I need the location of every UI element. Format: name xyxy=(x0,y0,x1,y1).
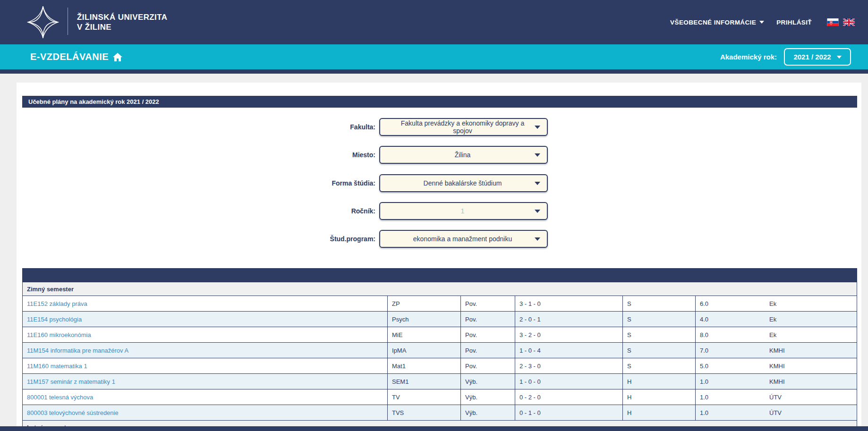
cell-kred: 5.0 xyxy=(695,358,765,373)
app-title-home-link[interactable]: E-VZDELÁVANIE xyxy=(30,44,122,69)
cell-kred: 4.0 xyxy=(695,312,765,327)
miesto-select[interactable]: Žilina xyxy=(379,146,548,164)
cell-skr: TVS xyxy=(387,405,460,420)
col-header-skr: Skr. xyxy=(387,269,460,282)
miesto-label: Miesto: xyxy=(234,146,375,164)
cell-katedra: KMHI xyxy=(765,343,857,358)
fakulta-label: Fakulta: xyxy=(234,118,375,136)
cell-skr: SEM1 xyxy=(387,374,460,389)
forma-studia-select[interactable]: Denné bakalárske štúdium xyxy=(379,174,548,192)
slovak-flag-icon[interactable] xyxy=(827,18,839,26)
table-row: 11E160 mikroekonómia MiE Pov. 3 - 2 - 0 … xyxy=(23,327,857,342)
rocnik-select[interactable]: 1 xyxy=(379,202,548,220)
table-row: 800001 telesná výchova TV Výb. 0 - 2 - 0… xyxy=(23,389,857,405)
table-row: 11M154 informatika pre manažérov A IpMA … xyxy=(23,342,857,358)
subject-link[interactable]: 11E152 základy práva xyxy=(27,300,87,307)
cell-katedra: KMHI xyxy=(765,374,857,389)
uk-flag-icon[interactable] xyxy=(843,18,855,26)
subject-link[interactable]: 11M157 seminár z matematiky 1 xyxy=(27,378,115,385)
dropdown-caret-icon xyxy=(535,182,540,185)
cell-pov: Pov. xyxy=(460,312,515,327)
rocnik-label: Ročník: xyxy=(234,202,375,220)
cell-pov: Výb. xyxy=(460,405,515,420)
cell-pov: Pov. xyxy=(460,327,515,342)
cell-rozsah: 2 - 0 - 1 xyxy=(515,312,622,327)
general-info-menu[interactable]: VŠEOBECNÉ INFORMÁCIE xyxy=(670,19,764,26)
col-header-predmet: Predmet xyxy=(23,269,387,282)
cell-kred: 7.0 xyxy=(695,343,765,358)
cell-kred: 6.0 xyxy=(695,296,765,311)
logo-divider xyxy=(68,8,68,35)
table-row: 800003 telovýchovné sústredenie TVS Výb.… xyxy=(23,405,857,420)
subject-link[interactable]: 11E160 mikroekonómia xyxy=(27,331,91,338)
academic-year-group: Akademický rok: 2021 / 2022 xyxy=(720,44,851,69)
forma-studia-label: Forma štúdia: xyxy=(234,174,375,192)
dropdown-caret-icon xyxy=(535,126,540,129)
cell-skr: Mat1 xyxy=(387,358,460,373)
cell-katedra: Ek xyxy=(765,312,857,327)
fakulta-select[interactable]: Fakulta prevádzky a ekonomiky dopravy a … xyxy=(379,118,548,136)
cell-katedra: Ek xyxy=(765,296,857,311)
cell-ukon: S xyxy=(622,296,695,311)
subject-link[interactable]: 11M160 matematika 1 xyxy=(27,363,87,370)
cell-pov: Výb. xyxy=(460,374,515,389)
login-button[interactable]: PRIHLÁSIŤ xyxy=(776,19,812,26)
cell-rozsah: 1 - 0 - 0 xyxy=(515,374,622,389)
table-row: 11M160 matematika 1 Mat1 Pov. 2 - 3 - 0 … xyxy=(23,358,857,373)
university-name-line2: V ŽILINE xyxy=(77,22,167,32)
section-row-winter: Zimný semester xyxy=(23,282,857,296)
academic-year-value: 2021 / 2022 xyxy=(793,53,831,61)
top-header: ŽILINSKÁ UNIVERZITA V ŽILINE VŠEOBECNÉ I… xyxy=(0,0,868,44)
panel-title: Učebné plány na akademický rok 2021 / 20… xyxy=(22,96,857,108)
filter-row-miesto: Miesto: Žilina xyxy=(17,146,861,164)
miesto-value: Žilina xyxy=(380,151,535,159)
dropdown-caret-icon xyxy=(535,210,540,213)
cell-katedra: ÚTV xyxy=(765,389,857,405)
cell-rozsah: 0 - 1 - 0 xyxy=(515,405,622,420)
subject-link[interactable]: 800001 telesná výchova xyxy=(27,394,93,401)
cell-katedra: ÚTV xyxy=(765,405,857,420)
filter-row-rocnik: Ročník: 1 xyxy=(17,202,861,220)
stud-program-value: ekonomika a manažment podniku xyxy=(380,235,535,243)
subject-link[interactable]: 800003 telovýchovné sústredenie xyxy=(27,409,119,416)
dropdown-caret-icon xyxy=(837,56,842,59)
col-header-pov: Pov. xyxy=(460,269,515,282)
subject-link[interactable]: 11E154 psychológia xyxy=(27,316,82,323)
cell-pov: Pov. xyxy=(460,358,515,373)
col-header-rozsah: Rozsah xyxy=(515,269,622,282)
cell-kred: 1.0 xyxy=(695,374,765,389)
filter-row-program: Štud.program: ekonomika a manažment podn… xyxy=(17,230,861,248)
home-icon xyxy=(113,53,122,61)
study-plan-table: Predmet Skr. Pov. Rozsah Ukon. Kred. Kat… xyxy=(22,268,857,431)
col-header-ukon: Ukon. xyxy=(622,269,695,282)
rocnik-value: 1 xyxy=(380,207,535,215)
footer-bar xyxy=(0,426,868,431)
cell-ukon: S xyxy=(622,327,695,342)
top-nav: VŠEOBECNÉ INFORMÁCIE PRIHLÁSIŤ xyxy=(670,0,855,44)
forma-studia-value: Denné bakalárske štúdium xyxy=(380,179,535,187)
cell-ukon: S xyxy=(622,343,695,358)
login-label: PRIHLÁSIŤ xyxy=(776,19,812,26)
university-name-line1: ŽILINSKÁ UNIVERZITA xyxy=(77,12,167,22)
stud-program-select[interactable]: ekonomika a manažment podniku xyxy=(379,230,548,248)
cell-pov: Pov. xyxy=(460,296,515,311)
cell-skr: TV xyxy=(387,389,460,405)
cell-ukon: H xyxy=(622,405,695,420)
chevron-down-icon xyxy=(759,21,764,24)
cell-skr: IpMA xyxy=(387,343,460,358)
dropdown-caret-icon xyxy=(535,153,540,157)
cell-skr: MiE xyxy=(387,327,460,342)
cell-pov: Výb. xyxy=(460,389,515,405)
cell-rozsah: 2 - 3 - 0 xyxy=(515,358,622,373)
col-header-katedra: Katedra xyxy=(765,269,857,282)
cell-rozsah: 1 - 0 - 4 xyxy=(515,343,622,358)
academic-year-select[interactable]: 2021 / 2022 xyxy=(784,48,851,66)
cell-kred: 1.0 xyxy=(695,389,765,405)
academic-year-label: Akademický rok: xyxy=(720,53,777,61)
cell-katedra: Ek xyxy=(765,327,857,342)
cell-rozsah: 0 - 2 - 0 xyxy=(515,389,622,405)
cell-kred: 8.0 xyxy=(695,327,765,342)
university-logo-icon xyxy=(26,4,60,41)
table-row: 11M157 seminár z matematiky 1 SEM1 Výb. … xyxy=(23,373,857,389)
subject-link[interactable]: 11M154 informatika pre manažérov A xyxy=(27,347,128,354)
